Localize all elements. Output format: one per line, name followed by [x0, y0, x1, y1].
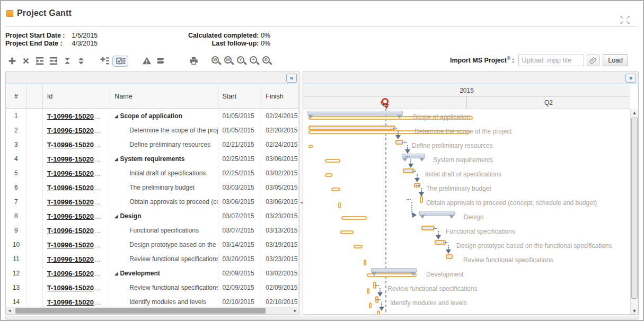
table-row[interactable]: 8T-10996-15020…◢Design03/07/201503/23/20… [6, 209, 299, 224]
print-icon[interactable] [188, 56, 199, 67]
zoom-fit-icon[interactable]: + [249, 56, 260, 67]
table-row[interactable]: 10T-10996-15020…Design prototype based o… [6, 238, 299, 252]
task-id-link[interactable]: T-10996-15020… [43, 181, 111, 195]
bottom-collapsed-bar[interactable] [5, 316, 639, 320]
add-row-icon[interactable] [99, 56, 110, 67]
pin-tail [384, 105, 389, 111]
task-finish-cell: 02/24/2015 [261, 109, 299, 123]
task-name-cell: Determine the scope of the proj [110, 123, 218, 138]
scroll-down-icon[interactable]: ▼ [631, 307, 638, 315]
vertical-scroll-thumb[interactable] [631, 118, 638, 299]
link-line [407, 145, 408, 149]
table-row[interactable]: 4T-10996-15020…◢System requirements02/25… [6, 152, 299, 166]
table-header-cell[interactable]: Start [218, 85, 262, 108]
vertical-scrollbar[interactable]: ▲ ▼ [630, 109, 638, 315]
scroll-right-icon[interactable]: ▸ [292, 307, 299, 314]
task-id-text: T-10996-15020 [47, 241, 94, 249]
task-id-link[interactable]: T-10996-15020… [43, 138, 111, 152]
scroll-left-icon[interactable]: ◂ [6, 307, 13, 314]
outdent-task-icon[interactable] [48, 56, 59, 67]
header-divider [5, 26, 638, 26]
group-expander-icon[interactable]: ◢ [114, 214, 118, 219]
row-number-cell: 9 [6, 224, 27, 238]
collapse-panel-button[interactable]: « [286, 74, 297, 83]
task-id-link[interactable]: T-10996-15020… [43, 252, 111, 266]
task-id-link[interactable]: T-10996-15020… [43, 238, 111, 252]
indent-task-icon[interactable] [34, 56, 46, 67]
link-elbow [412, 171, 416, 172]
upload-mpp-input[interactable] [518, 55, 584, 66]
table-header-cell[interactable]: Finish [261, 85, 299, 108]
summary-cap-left [372, 272, 377, 279]
warning-icon[interactable] [141, 56, 153, 67]
horizontal-scroll-thumb[interactable] [15, 308, 266, 314]
link-arrow-down [377, 292, 383, 299]
task-id-link[interactable]: T-10996-15020… [43, 224, 111, 238]
task-id-link[interactable]: T-10996-15020… [43, 152, 111, 166]
task-id-link[interactable]: T-10996-15020… [43, 295, 111, 307]
zoom-day-icon[interactable]: D [262, 56, 273, 67]
table-row[interactable]: 9T-10996-15020…Functional specifications… [6, 224, 299, 238]
table-row[interactable]: 6T-10996-15020…The preliminary budget03/… [6, 181, 299, 195]
layers-icon[interactable] [155, 56, 166, 67]
group-expander-icon[interactable]: ◢ [114, 114, 118, 119]
project-end-date: Project End Date : 4/3/2015 [5, 40, 98, 47]
task-start-cell: 01/05/2015 [218, 123, 262, 138]
link-arrow-down [405, 149, 410, 156]
table-header-cell[interactable]: Name [110, 85, 218, 108]
task-id-link[interactable]: T-10996-15020… [43, 281, 111, 295]
table-row[interactable]: 3T-10996-15020…Define preliminary resour… [6, 138, 299, 152]
table-row[interactable]: 1T-10996-15020…◢Scope of application01/0… [6, 109, 299, 123]
summary-bar[interactable] [371, 268, 417, 273]
group-expander-icon[interactable]: ◢ [114, 271, 118, 276]
table-row[interactable]: 12T-10996-15020…◢Development02/09/201503… [6, 266, 299, 281]
show-checklist-icon[interactable] [112, 56, 128, 67]
task-id-text: T-10996-15020 [47, 255, 94, 263]
expand-panel-button[interactable]: » [625, 74, 636, 83]
zoom-week-icon[interactable]: W [211, 56, 222, 67]
link-line [448, 245, 449, 249]
table-header-cell[interactable]: Id [43, 85, 111, 108]
table-row[interactable]: 13T-10996-15020…Review functional specif… [6, 281, 299, 295]
expand-all-icon[interactable] [75, 56, 87, 67]
table-header-cell[interactable]: # [6, 85, 27, 108]
task-id-link[interactable]: T-10996-15020… [43, 266, 111, 281]
task-id-link[interactable]: T-10996-15020… [43, 195, 111, 209]
table-row[interactable]: 14T-10996-15020…Identify modules and lev… [6, 295, 299, 307]
baseline-bar [364, 260, 366, 265]
collapse-all-icon[interactable] [61, 56, 73, 67]
gantt-chart-panel: » 2015 Q1 Q2 Scope of applicationDetermi… [303, 72, 639, 315]
zoom-year-icon[interactable]: Y [236, 56, 248, 67]
table-row[interactable]: 11T-10996-15020…Review functional specif… [6, 252, 299, 266]
horizontal-scrollbar[interactable]: ◂ ▸ [6, 307, 299, 314]
task-id-link[interactable]: T-10996-15020… [43, 166, 111, 181]
task-bar[interactable] [308, 126, 395, 130]
summary-bar[interactable] [307, 111, 403, 115]
baseline-bar [331, 188, 340, 191]
calculated-completed: Calculated completed: 0% [158, 32, 270, 39]
task-id-link[interactable]: T-10996-15020… [43, 109, 111, 123]
task-id-ellipsis: … [94, 112, 101, 120]
task-id-link[interactable]: T-10996-15020… [43, 123, 111, 138]
row-number-cell: 3 [6, 138, 27, 152]
summary-cap-right [419, 158, 425, 164]
attach-file-button[interactable] [587, 55, 599, 66]
add-task-icon[interactable] [6, 56, 18, 67]
table-header-cell[interactable] [27, 85, 43, 108]
expand-window-icon[interactable]: ↖ ↗ ↙ ↘ [620, 15, 630, 24]
task-id-link[interactable]: T-10996-15020… [43, 209, 111, 224]
table-row[interactable]: 7T-10996-15020…Obtain approvals to proce… [6, 195, 299, 209]
gantt-task-label: Functional specifications [446, 228, 515, 235]
group-expander-icon[interactable]: ◢ [114, 157, 118, 162]
today-marker-pin [382, 98, 389, 105]
task-finish-cell: 03/19/2015 [261, 238, 299, 252]
delete-task-icon[interactable] [20, 56, 32, 67]
task-name-cell: Review functional specifications [110, 281, 218, 295]
timeline-year-row: 2015 [303, 85, 630, 97]
load-button[interactable]: Load [603, 54, 628, 66]
table-row[interactable]: 5T-10996-15020…Initial draft of specific… [6, 166, 299, 181]
scroll-up-icon[interactable]: ▲ [631, 109, 638, 117]
zoom-month-icon[interactable]: M [224, 56, 235, 67]
table-row[interactable]: 2T-10996-15020…Determine the scope of th… [6, 123, 299, 138]
gantt-chart-area: Scope of applicationDetermine the scope … [303, 109, 630, 315]
